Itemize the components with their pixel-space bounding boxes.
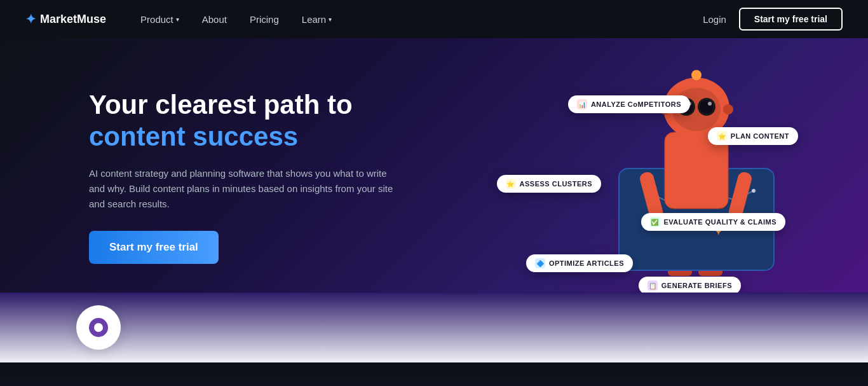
- svg-point-26: [700, 100, 714, 114]
- optimize-icon: 🔷: [535, 258, 545, 268]
- nav-about[interactable]: About: [193, 9, 236, 30]
- hero-title: Your clearest path to content success: [89, 89, 445, 153]
- hero-section: Your clearest path to content success AI…: [0, 38, 868, 293]
- login-button[interactable]: Login: [703, 14, 726, 25]
- nav-learn[interactable]: Learn ▾: [293, 9, 341, 30]
- nav-pricing[interactable]: Pricing: [241, 9, 288, 30]
- hero-cta-button[interactable]: Start my free trial: [89, 231, 219, 264]
- svg-point-30: [723, 104, 733, 114]
- nav-product[interactable]: Product ▾: [132, 9, 188, 30]
- svg-point-28: [708, 102, 712, 106]
- hero-title-line1: Your clearest path to: [89, 90, 353, 120]
- analyze-icon: 📊: [577, 99, 587, 109]
- chevron-down-icon: ▾: [329, 16, 332, 23]
- chip-generate: 📋 GENERATE BRIEFS: [639, 277, 741, 293]
- chip-plan: ⭐ PLAN CONTENT: [708, 127, 798, 145]
- chip-assess: ⭐ ASSESS CLUSTERS: [497, 175, 601, 193]
- trust-logo: [76, 305, 121, 350]
- plan-icon: ⭐: [717, 131, 727, 141]
- bottom-section: Predictive content insights for faster i…: [0, 362, 868, 386]
- assess-icon: ⭐: [506, 179, 516, 189]
- hero-content: Your clearest path to content success AI…: [89, 76, 445, 293]
- chip-analyze: 📊 ANALYZE CoMPETITORS: [568, 95, 690, 113]
- nav-right: Login Start my free trial: [703, 8, 843, 31]
- nav-links: Product ▾ About Pricing Learn ▾: [132, 9, 703, 30]
- hero-subtitle: AI content strategy and planning softwar…: [89, 166, 394, 212]
- nav-cta-button[interactable]: Start my free trial: [739, 8, 843, 31]
- chip-optimize: 🔷 OPTIMIZE ARTICLES: [526, 254, 633, 272]
- logo-icon: ✦: [25, 11, 36, 27]
- svg-point-21: [691, 70, 702, 80]
- transition-section: [0, 293, 868, 362]
- logo-text: MarketMuse: [40, 13, 106, 26]
- chevron-down-icon: ▾: [176, 16, 179, 23]
- trust-logo-graphic: [89, 318, 108, 337]
- navbar: ✦ MarketMuse Product ▾ About Pricing Lea…: [0, 0, 868, 38]
- generate-icon: 📋: [648, 280, 658, 291]
- hero-illustration: 📊 ANALYZE CoMPETITORS ⭐ PLAN CONTENT ⭐ A…: [445, 76, 817, 293]
- hero-title-accent: content success: [89, 121, 298, 151]
- chip-evaluate: ✅ EVALUATE QUALITY & CLAIMS: [641, 213, 786, 231]
- logo[interactable]: ✦ MarketMuse: [25, 11, 106, 27]
- evaluate-icon: ✅: [650, 217, 660, 227]
